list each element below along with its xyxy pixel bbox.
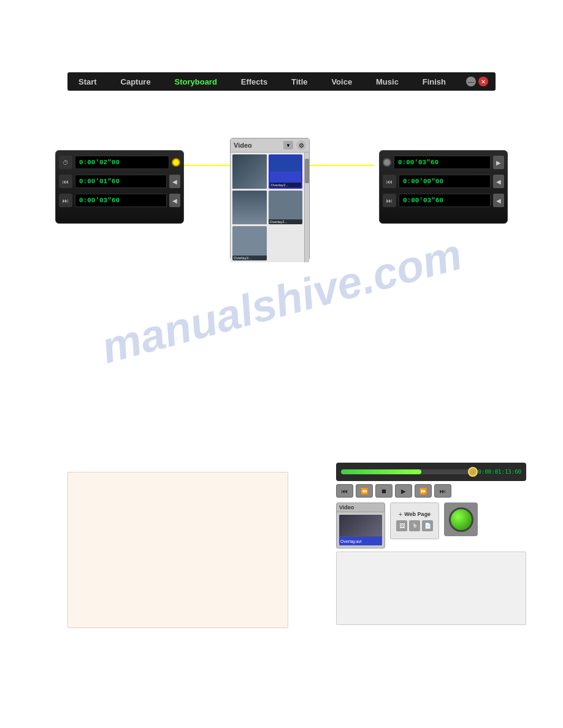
web-page-panel: + Web Page 🖼 🖱 📄 bbox=[390, 502, 439, 539]
right-player: 0:00'03"60 ▶ ⏮ 0:00'00"00 ◀ ⏭ 0:00'03"60… bbox=[379, 150, 508, 224]
bottom-panels: Video Overlay.avi + Web Page 🖼 🖱 📄 bbox=[336, 502, 526, 548]
web-icons-row: 🖼 🖱 📄 bbox=[396, 520, 433, 531]
left-time-out: 0:00'03"60 bbox=[75, 194, 167, 207]
minimize-button[interactable]: — bbox=[466, 77, 476, 86]
clock-icon: ⏱ bbox=[59, 156, 72, 169]
right-out-icon: ⏭ bbox=[383, 194, 396, 207]
web-page-label: Web Page bbox=[404, 511, 431, 517]
web-icon-2[interactable]: 🖱 bbox=[409, 520, 420, 531]
web-icon-1[interactable]: 🖼 bbox=[396, 520, 407, 531]
thumb-label-3: Overlay2... bbox=[269, 219, 303, 224]
playback-controls: ⏮ ⏪ ⏹ ▶ ⏩ ⏭ bbox=[336, 484, 526, 498]
bottom-right-area: 0:00:01:13:60 ⏮ ⏪ ⏹ ▶ ⏩ ⏭ Video Overlay.… bbox=[336, 463, 526, 625]
nav-item-music[interactable]: Music bbox=[372, 76, 402, 88]
left-time-in: 0:00'01"60 bbox=[75, 175, 167, 188]
mini-panel-content: Overlay.avi bbox=[337, 512, 385, 548]
nav-item-finish[interactable]: Finish bbox=[419, 76, 450, 88]
nav-item-capture[interactable]: Capture bbox=[117, 76, 155, 88]
right-in-arrow[interactable]: ◀ bbox=[493, 175, 504, 188]
mini-panel-header: Video bbox=[337, 503, 385, 512]
fast-forward-button[interactable]: ⏩ bbox=[415, 484, 432, 498]
web-icon-3[interactable]: 📄 bbox=[422, 520, 433, 531]
mini-video-panel: Video Overlay.avi bbox=[336, 502, 385, 548]
bottom-left-panel bbox=[67, 472, 288, 628]
nav-item-effects[interactable]: Effects bbox=[237, 76, 271, 88]
progress-thumb[interactable] bbox=[468, 467, 478, 477]
thumb-label-4: Overlay2... bbox=[232, 256, 267, 260]
thumb-4[interactable]: Overlay2... bbox=[232, 226, 267, 260]
green-power-button[interactable] bbox=[449, 507, 473, 532]
right-out-arrow[interactable]: ◀ bbox=[493, 194, 504, 207]
thumb-0[interactable]: Overlay2... bbox=[232, 154, 267, 189]
browser-title: Video bbox=[234, 142, 280, 149]
thumb-2[interactable]: Overlay2... bbox=[232, 191, 267, 225]
left-out-arrow[interactable]: ◀ bbox=[169, 194, 180, 207]
mini-thumb[interactable]: Overlay.avi bbox=[339, 515, 382, 545]
progress-bar-container: 0:00:01:13:60 bbox=[336, 463, 526, 481]
progress-track[interactable] bbox=[341, 469, 475, 474]
stop-button[interactable]: ⏹ bbox=[375, 484, 393, 498]
gear-icon[interactable]: ⚙ bbox=[296, 140, 306, 150]
nav-item-title[interactable]: Title bbox=[288, 76, 312, 88]
close-button[interactable]: ✕ bbox=[478, 77, 488, 86]
bottom-white-panel bbox=[336, 552, 526, 625]
right-time-out: 0:00'03"60 bbox=[399, 194, 491, 207]
right-time-total: 0:00'03"60 bbox=[394, 156, 491, 169]
browser-header: Video ▼ ⚙ bbox=[231, 138, 309, 153]
dropdown-icon[interactable]: ▼ bbox=[283, 141, 293, 150]
green-button-panel bbox=[444, 502, 478, 536]
right-in-icon: ⏮ bbox=[383, 175, 396, 188]
play-button[interactable]: ▶ bbox=[395, 484, 412, 498]
right-total-arrow[interactable]: ▶ bbox=[493, 156, 504, 169]
nav-item-voice[interactable]: Voice bbox=[327, 76, 356, 88]
thumb-3[interactable]: Overlay2... bbox=[269, 191, 303, 225]
right-time-in: 0:00'00"00 bbox=[399, 175, 491, 188]
browser-content: Overlay2... Overlay2... Overlay2... Over… bbox=[231, 153, 304, 262]
video-browser: Video ▼ ⚙ Overlay2... Overlay2... Overla… bbox=[230, 138, 310, 260]
nav-bar: Start Capture Storyboard Effects Title V… bbox=[67, 72, 496, 91]
nav-item-start[interactable]: Start bbox=[75, 76, 101, 88]
nav-item-storyboard[interactable]: Storyboard bbox=[171, 76, 221, 88]
left-player: ⏱ 0:00'02"00 ⏮ 0:00'01"60 ◀ ⏭ 0:00'03"60… bbox=[55, 150, 184, 224]
skip-start-button[interactable]: ⏮ bbox=[336, 484, 353, 498]
skip-end-button[interactable]: ⏭ bbox=[434, 484, 451, 498]
right-connect-dot bbox=[383, 158, 391, 167]
left-in-arrow[interactable]: ◀ bbox=[169, 175, 180, 188]
out-point-icon: ⏭ bbox=[59, 194, 72, 207]
left-connect-dot bbox=[172, 158, 180, 167]
browser-scrollbar[interactable] bbox=[304, 153, 309, 262]
mini-thumb-label: Overlay.avi bbox=[340, 539, 362, 544]
progress-time: 0:00:01:13:60 bbox=[478, 469, 521, 475]
rewind-button[interactable]: ⏪ bbox=[356, 484, 373, 498]
left-time-total: 0:00'02"00 bbox=[75, 156, 169, 169]
thumb-label-1: Overlay2... bbox=[270, 183, 302, 188]
in-point-icon: ⏮ bbox=[59, 175, 72, 188]
thumb-1[interactable]: Overlay2... bbox=[269, 154, 303, 189]
progress-fill bbox=[341, 469, 421, 474]
